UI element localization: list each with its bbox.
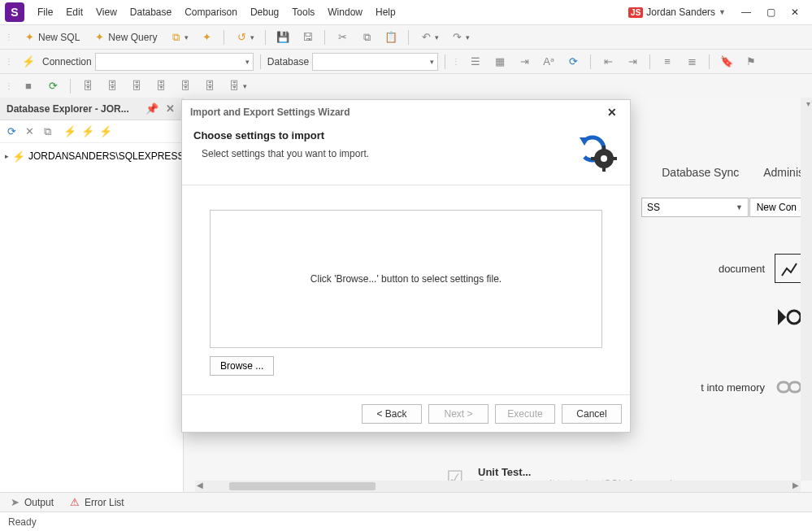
save-button[interactable]: 💾 [272,28,293,46]
menu-debug[interactable]: Debug [244,3,285,21]
flag-btn[interactable]: ⚑ [740,53,762,71]
format-btn-2[interactable]: ▦ [489,53,510,71]
connection-label: Connection [42,56,92,67]
menu-database[interactable]: Database [124,3,178,21]
delete-icon[interactable]: ✕ [23,125,36,138]
menu-comparison[interactable]: Comparison [178,3,244,21]
window-close-button[interactable]: ✕ [783,2,807,22]
scroll-right-icon[interactable]: ▶ [792,481,799,490]
vertical-scrollbar[interactable] [801,98,812,481]
start-link-memory[interactable]: t into memory [701,372,804,402]
new-sql-button[interactable]: ✦ New SQL [18,28,85,46]
db-btn-5[interactable]: 🗄 [175,77,196,95]
new-connection-button[interactable]: New Con [749,198,804,217]
error-icon: ⚠ [68,496,81,509]
tab-administration[interactable]: Adminis [763,166,804,179]
status-bar: Ready [0,511,812,531]
menu-tools[interactable]: Tools [285,3,321,21]
tab-database-sync[interactable]: Database Sync [662,166,739,179]
start-combo-value: SS [647,202,660,213]
format-btn-3[interactable]: ⇥ [514,53,535,71]
db-btn-2[interactable]: 🗄 [102,77,123,95]
save-icon: 💾 [276,31,289,44]
reconnect-button[interactable]: ⟳ [42,77,63,95]
menu-help[interactable]: Help [369,3,402,21]
open-dropdown-icon[interactable]: ▾ [185,33,189,41]
menu-window[interactable]: Window [321,3,369,21]
copy-button[interactable]: ⧉ [356,28,377,46]
next-button[interactable]: Next > [428,404,489,424]
comment-btn-2[interactable]: ≣ [681,53,702,71]
scrollbar-thumb[interactable] [229,482,376,490]
window-maximize-button[interactable]: ▢ [758,2,783,22]
refresh-button[interactable]: ⟳ [562,53,584,71]
user-badge[interactable]: JS Jordan Sanders [628,7,715,18]
start-link-document[interactable]: document [719,254,804,283]
start-connection-combo[interactable]: SS ▼ [641,198,749,217]
database-combo[interactable]: ▾ [312,53,438,71]
horizontal-scrollbar[interactable]: ◀ ▶ [195,481,801,492]
svg-point-1 [788,311,801,324]
comment-btn-1[interactable]: ≡ [657,53,678,71]
bookmark-btn[interactable]: 🔖 [716,53,737,71]
collapse-icon[interactable]: ▸ [5,152,9,160]
db-btn-4[interactable]: 🗄 [150,77,172,95]
connect-icon[interactable]: ⚡ [81,125,94,138]
back-button[interactable]: < Back [362,404,422,424]
db-btn-7[interactable]: 🗄▾ [224,77,251,95]
redo-button[interactable]: ↷▾ [446,28,474,46]
scroll-left-icon[interactable]: ◀ [197,481,203,490]
menu-view[interactable]: View [89,3,124,21]
svg-point-6 [601,155,607,162]
copy-icon[interactable]: ⧉ [41,125,54,138]
connection-combo[interactable]: ▾ [95,53,254,71]
disconnect-icon[interactable]: ⚡ [99,125,112,138]
new-query-button[interactable]: ✦ New Query [88,28,162,46]
status-text: Ready [8,516,37,528]
close-icon[interactable]: ✕ [163,102,176,115]
db-btn-1[interactable]: 🗄 [77,77,98,95]
open-button[interactable]: ⧉▾ [165,28,193,46]
undo-history-icon: ↺ [235,31,248,44]
outdent-icon: ⇤ [601,55,614,68]
tree-root-row[interactable]: ▸ ⚡ JORDANSANDERS\SQLEXPRESS [3,148,180,164]
error-list-tab[interactable]: ⚠ Error List [68,496,124,509]
stop-button[interactable]: ■ [18,77,39,95]
save-all-button[interactable]: 🖫 [297,28,318,46]
new-item-icon: ✦ [200,31,213,44]
execute-button[interactable]: Execute [495,404,555,424]
menu-file[interactable]: File [31,3,59,21]
output-tab[interactable]: ➤ Output [8,496,54,509]
cut-button[interactable]: ✂ [332,28,353,46]
start-link-memory-label: t into memory [701,381,765,394]
db-btn-3[interactable]: 🗄 [126,77,147,95]
indent-btn-2[interactable]: ⇥ [622,53,643,71]
db-icon: 🗄 [154,80,167,93]
undo-history-button[interactable]: ↺▾ [231,28,258,46]
sidebar-title: Database Explorer - JOR... [7,103,129,115]
paste-button[interactable]: 📋 [380,28,402,46]
wizard-titlebar[interactable]: Import and Export Settings Wizard ✕ [182,100,630,124]
db-icon: 🗄 [228,80,241,93]
window-minimize-button[interactable]: — [734,2,758,22]
start-link-document-label: document [719,263,765,275]
menu-edit[interactable]: Edit [59,3,89,21]
indent-btn-1[interactable]: ⇤ [597,53,619,71]
refresh-icon[interactable]: ⟳ [5,125,18,138]
undo-button[interactable]: ↶▾ [415,28,443,46]
toolbar-grip-icon: ⋮ [5,33,13,41]
new-item-button[interactable]: ✦ [196,28,217,46]
cancel-button[interactable]: Cancel [562,404,622,424]
format-btn-4[interactable]: Aᵃ [538,53,559,71]
indent-icon: ⇥ [626,55,639,68]
pin-icon[interactable]: 📌 [145,102,158,115]
start-link-run[interactable] [775,302,804,332]
format-btn-1[interactable]: ☰ [465,53,486,71]
wizard-close-button[interactable]: ✕ [602,104,622,120]
user-dropdown-icon[interactable]: ▼ [719,8,726,16]
new-connection-icon[interactable]: ⚡ [63,125,76,138]
connection-icon-button[interactable]: ⚡ [18,53,39,71]
db-btn-6[interactable]: 🗄 [199,77,220,95]
browse-button[interactable]: Browse ... [210,356,274,376]
tab-overflow-icon[interactable]: ▾ [806,99,810,108]
